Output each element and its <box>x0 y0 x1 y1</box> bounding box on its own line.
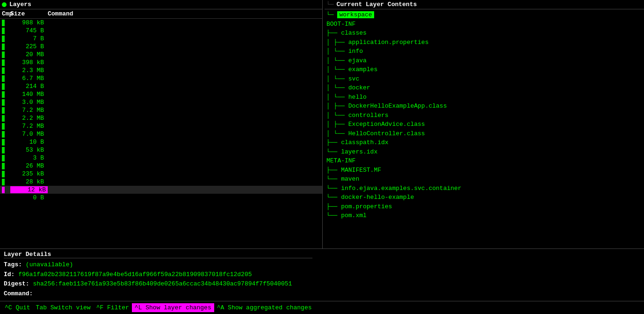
layer-cmp <box>2 123 10 130</box>
details-panel: Layer Details Tags: (unavailable) Id: f9… <box>0 248 644 301</box>
list-item: │ └── HelloController.class <box>326 129 642 139</box>
command-label: Command: <box>4 290 33 297</box>
status-item[interactable]: ^L Show layer changes <box>132 303 214 312</box>
layer-cmp <box>2 154 10 161</box>
right-panel: └─ Current Layer Contents └─ workspaceBO… <box>323 0 644 248</box>
layer-command <box>48 67 320 74</box>
layer-command <box>48 99 320 106</box>
status-item[interactable]: ^F Filter <box>94 303 132 312</box>
list-item: BOOT-INF <box>326 20 642 29</box>
layer-row[interactable]: 235 kB <box>0 170 322 178</box>
list-item: │ ├── DockerHelloExampleApp.class <box>326 102 642 111</box>
layer-row[interactable]: 7 B <box>0 35 322 43</box>
layers-table[interactable]: 988 kB745 B7 B225 B20 MB398 kB2.3 MB6.7 … <box>0 19 322 248</box>
layer-command <box>48 186 320 193</box>
layer-command <box>48 194 320 201</box>
layer-command <box>48 115 320 122</box>
layer-size: 3 B <box>10 154 48 161</box>
layer-cmp <box>2 186 10 193</box>
list-item: ├── classpath.idx <box>326 138 642 147</box>
layers-column-header: Cmp Size Command <box>0 9 322 19</box>
layer-row[interactable]: 53 kB <box>0 146 322 154</box>
list-item: │ ├── ExceptionAdvice.class <box>326 120 642 129</box>
layer-size: 12 kB <box>10 186 48 193</box>
layer-command <box>48 178 320 185</box>
green-bar-icon <box>2 139 5 146</box>
right-header-corner: └─ <box>326 1 334 8</box>
list-item: └── info.ejava.examples.svc.container <box>326 184 642 193</box>
layer-row[interactable]: 20 MB <box>0 51 322 58</box>
layer-command <box>48 59 320 66</box>
layer-cmp <box>2 35 10 42</box>
layer-row[interactable]: 398 kB <box>0 58 322 66</box>
list-item: │ └── examples <box>326 65 642 74</box>
layer-size: 2.3 MB <box>10 67 48 74</box>
layer-row[interactable]: 988 kB <box>0 19 322 27</box>
status-item[interactable]: Tab Switch view <box>33 303 94 312</box>
list-item: ├── classes <box>326 29 642 38</box>
file-tree[interactable]: └─ workspaceBOOT-INF ├── classes │ ├── a… <box>325 9 644 248</box>
layer-row[interactable]: 3.0 MB <box>0 98 322 106</box>
layer-row[interactable]: 7.0 MB <box>0 130 322 138</box>
layer-size: 20 MB <box>10 51 48 58</box>
layer-cmp <box>2 27 10 34</box>
layer-row[interactable]: 6.7 MB <box>0 74 322 82</box>
list-item: │ ├── application.properties <box>326 38 642 47</box>
layer-size: 28 kB <box>10 178 48 185</box>
green-bar-icon <box>2 67 5 74</box>
layer-row[interactable]: 214 B <box>0 82 322 90</box>
tags-value: (unavailable) <box>26 261 73 268</box>
layer-row[interactable]: 745 B <box>0 27 322 35</box>
layer-command <box>48 19 320 26</box>
list-item: ├── pom.properties <box>326 202 642 212</box>
layer-row[interactable]: 28 kB <box>0 178 322 186</box>
layer-row[interactable]: 2.2 MB <box>0 114 322 122</box>
layer-row[interactable]: 3 B <box>0 154 322 162</box>
layer-row[interactable]: 26 MB <box>0 162 322 170</box>
layer-command <box>48 146 320 153</box>
list-item: │ └── info <box>326 47 642 56</box>
layer-command <box>48 170 320 177</box>
layer-size: 235 kB <box>10 170 48 177</box>
layer-size: 26 MB <box>10 162 48 169</box>
list-item: │ └── svc <box>326 74 642 84</box>
list-item: │ └── controllers <box>326 111 642 120</box>
layer-cmp <box>2 99 10 106</box>
green-bar-icon <box>2 115 5 122</box>
green-bar-icon <box>2 20 5 26</box>
id-row: Id: f96a1fa02b2382117619f87a9e4be5d16af9… <box>4 270 640 280</box>
layer-row[interactable]: 10 B <box>0 138 322 146</box>
layer-row[interactable]: 225 B <box>0 43 322 51</box>
layer-size: 53 kB <box>10 146 48 153</box>
layer-row[interactable]: 2.3 MB <box>0 66 322 74</box>
layer-cmp <box>2 67 10 74</box>
list-item: └── layers.idx <box>326 147 642 157</box>
list-item: ├── MANIFEST.MF <box>326 166 642 175</box>
layer-row[interactable]: 7.2 MB <box>0 122 322 130</box>
layer-size: 140 MB <box>10 91 48 98</box>
tags-row: Tags: (unavailable) <box>4 260 640 270</box>
status-item[interactable]: ^A Show aggregated changes <box>214 303 315 312</box>
layer-command <box>48 35 320 42</box>
layer-size: 214 B <box>10 83 48 90</box>
id-value: f96a1fa02b2382117619f87a9e4be5d16af966f5… <box>18 271 252 278</box>
layer-size: 225 B <box>10 43 48 50</box>
layer-size: 398 kB <box>10 59 48 66</box>
details-header: Layer Details <box>4 251 640 258</box>
layers-title: Layers <box>9 1 31 8</box>
green-bar-icon <box>2 107 5 114</box>
green-bar-icon <box>2 91 5 98</box>
layer-row[interactable]: 12 kB <box>0 186 322 194</box>
layer-row[interactable]: 0 B <box>0 194 322 202</box>
layer-cmp <box>2 83 10 90</box>
status-item[interactable]: ^C Quit <box>2 303 33 312</box>
layer-row[interactable]: 7.2 MB <box>0 106 322 114</box>
layer-row[interactable]: 140 MB <box>0 90 322 98</box>
tags-label: Tags: <box>4 261 22 268</box>
green-bar-icon <box>2 99 5 106</box>
layer-size: 6.7 MB <box>10 75 48 82</box>
layer-cmp <box>2 107 10 114</box>
list-item: META-INF <box>326 156 642 166</box>
digest-label: Digest: <box>4 280 29 287</box>
details-content: Tags: (unavailable) Id: f96a1fa02b238211… <box>4 260 640 299</box>
